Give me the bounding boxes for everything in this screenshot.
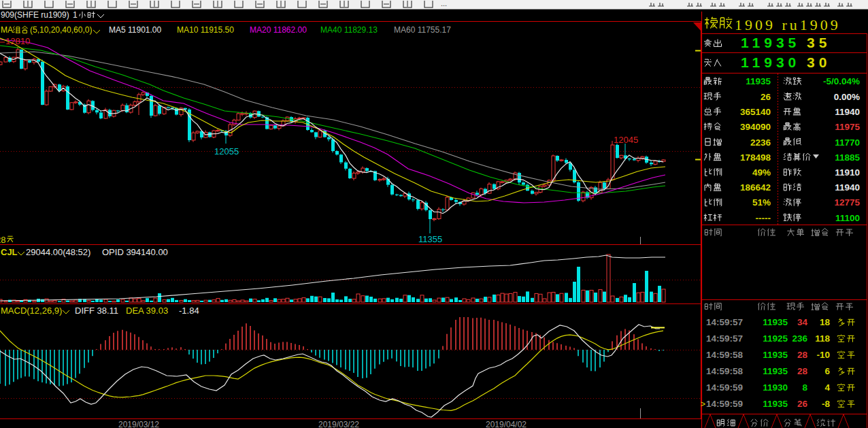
svg-text:11885: 11885 <box>835 152 860 163</box>
svg-text:236: 236 <box>792 333 807 344</box>
svg-text:118: 118 <box>815 333 830 344</box>
svg-text:28: 28 <box>797 366 808 376</box>
svg-text:2019/03/22: 2019/03/22 <box>318 420 359 428</box>
svg-text:11975: 11975 <box>835 122 860 132</box>
svg-text:26: 26 <box>797 399 808 409</box>
svg-text:14:59:59: 14:59:59 <box>706 399 743 409</box>
svg-text:MA5 11901.00: MA5 11901.00 <box>109 25 161 35</box>
svg-text:11100: 11100 <box>835 213 860 223</box>
svg-text:14:59:59: 14:59:59 <box>706 382 743 393</box>
svg-text:11935: 11935 <box>741 35 800 50</box>
svg-text:MA: MA <box>1 25 13 35</box>
svg-text:12775: 12775 <box>834 197 860 208</box>
svg-text:-5/0.04%: -5/0.04% <box>823 76 860 86</box>
svg-text:11355: 11355 <box>418 234 442 244</box>
svg-text:12055: 12055 <box>214 146 239 157</box>
svg-text:35: 35 <box>807 35 831 50</box>
svg-text:14:59:58: 14:59:58 <box>706 350 744 360</box>
svg-text:-8: -8 <box>822 399 830 409</box>
svg-text:12810: 12810 <box>5 36 30 46</box>
svg-text:2236: 2236 <box>750 137 771 148</box>
svg-text:11935: 11935 <box>763 399 788 409</box>
svg-text:MACD(12,26,9): MACD(12,26,9) <box>1 306 62 316</box>
svg-text:MA20 11862.00: MA20 11862.00 <box>250 25 307 35</box>
svg-text:26: 26 <box>761 92 771 102</box>
svg-text:6: 6 <box>824 366 830 376</box>
svg-text:MA10 11915.50: MA10 11915.50 <box>177 25 234 35</box>
svg-text:11930: 11930 <box>741 54 800 70</box>
svg-text:18: 18 <box>820 317 831 327</box>
svg-text:>: > <box>701 399 705 409</box>
svg-text:11935: 11935 <box>763 350 788 360</box>
svg-text:(5,10,20,40,60,0): (5,10,20,40,60,0) <box>30 25 92 35</box>
svg-text:49%: 49% <box>752 167 771 178</box>
svg-text:909(SHFE ru1909): 909(SHFE ru1909) <box>1 10 69 20</box>
svg-text:-1.84: -1.84 <box>179 306 199 316</box>
svg-text:DIFF 38.11: DIFF 38.11 <box>75 306 118 316</box>
svg-text:11930: 11930 <box>763 382 788 393</box>
svg-text:MA40 11829.13: MA40 11829.13 <box>320 25 378 35</box>
svg-text:1: 1 <box>73 10 78 20</box>
svg-text:394090: 394090 <box>740 122 771 132</box>
svg-text:4: 4 <box>824 382 830 393</box>
svg-text:178498: 178498 <box>740 152 771 163</box>
svg-text:11910: 11910 <box>835 167 860 178</box>
svg-text:OPID 394140.00: OPID 394140.00 <box>102 247 168 257</box>
svg-text:-10: -10 <box>816 350 830 360</box>
svg-text:0.00%: 0.00% <box>834 92 860 102</box>
svg-text:365140: 365140 <box>740 107 771 117</box>
svg-text:28: 28 <box>0 235 5 245</box>
svg-text:11935: 11935 <box>746 76 771 86</box>
svg-text:11770: 11770 <box>835 137 860 148</box>
svg-text:14:59:57: 14:59:57 <box>706 317 743 327</box>
svg-text:29044.00(48:52): 29044.00(48:52) <box>26 247 90 257</box>
svg-text:11940: 11940 <box>835 182 860 193</box>
svg-text:186642: 186642 <box>740 182 771 193</box>
svg-text:30: 30 <box>807 54 831 70</box>
svg-text:11935: 11935 <box>763 366 788 376</box>
svg-text:...: ... <box>441 1 447 7</box>
svg-text:11925: 11925 <box>763 333 788 344</box>
svg-text:12045: 12045 <box>614 135 638 145</box>
svg-text:34: 34 <box>797 317 808 327</box>
svg-text:2019/04/02: 2019/04/02 <box>486 420 527 428</box>
svg-text:11935: 11935 <box>763 317 788 327</box>
svg-text:14:59:57: 14:59:57 <box>706 333 743 344</box>
svg-text:51%: 51% <box>752 197 771 208</box>
svg-text:8: 8 <box>802 382 807 393</box>
svg-text:CJL: CJL <box>1 247 18 257</box>
svg-text:-----: ----- <box>756 213 771 223</box>
svg-text:11940: 11940 <box>835 107 860 117</box>
svg-text:2019/03/12: 2019/03/12 <box>118 420 159 428</box>
svg-text:MA60 11755.17: MA60 11755.17 <box>394 25 451 35</box>
svg-text:DEA 39.03: DEA 39.03 <box>126 306 168 316</box>
svg-text:1909 ru1909: 1909 ru1909 <box>735 16 841 33</box>
svg-text:14:59:58: 14:59:58 <box>706 366 744 376</box>
svg-text:28: 28 <box>797 350 808 360</box>
